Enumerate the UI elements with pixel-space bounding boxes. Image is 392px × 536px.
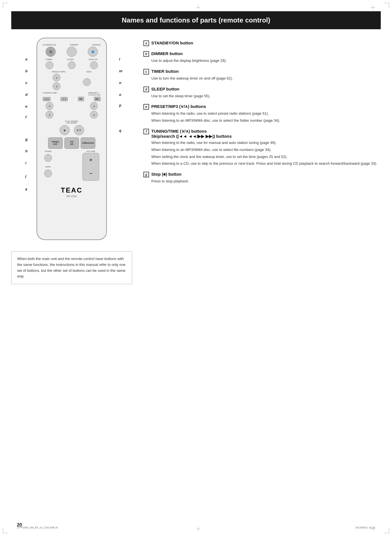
memory-down-button[interactable]: ∨ [90, 102, 98, 110]
standby-label: STANDBY/ON [43, 44, 56, 46]
remote-model: RC-1312 [41, 195, 102, 198]
desc-item-e: e PRESET/MP3 (∨/∧) buttons When listenin… [143, 104, 381, 124]
ff-button[interactable]: ▶▶ [78, 97, 84, 101]
source-buttons-row: PHONOAUX FMAM CDBluetooth [41, 137, 102, 149]
dimmer-label: DIMMER [70, 44, 78, 46]
file-info-left: LP-P1000_OM_EF_vA_CS6.indb 20 [17, 526, 58, 529]
mute-button[interactable] [44, 169, 52, 177]
label-f: f [25, 112, 28, 133]
badge-d: d [143, 87, 149, 92]
label-e: e [25, 100, 28, 112]
dimmer-button[interactable] [67, 47, 77, 57]
desc-item-c: c TIMER button Use to turn the wakeup ti… [143, 69, 381, 82]
label-h: h [25, 145, 28, 157]
title-e: PRESET/MP3 (∨/∧) buttons [151, 104, 206, 109]
desc-header-e: e PRESET/MP3 (∨/∧) buttons [143, 104, 381, 110]
volume-label: VOLUME [86, 150, 96, 152]
desc-header-a: a STANDBY/ON button [143, 40, 381, 46]
label-n: n [119, 77, 122, 89]
display-button[interactable] [90, 61, 98, 69]
title-d: SLEEP button [151, 87, 179, 91]
corner-mark-tr [384, 3, 389, 8]
text-f-4: When listening to a CD, use to skip to t… [151, 161, 381, 167]
title-g: Stop (■) button [151, 172, 181, 177]
desc-item-b: b DIMMER button Use to adjust the displa… [143, 51, 381, 64]
badge-a: a [143, 40, 149, 46]
play-pause-button[interactable]: ►/II [74, 125, 84, 135]
info-button[interactable] [83, 78, 91, 86]
bluetooth-label: Bluetooth [85, 142, 94, 144]
badge-b: b [143, 51, 149, 57]
title-f-1: TUNING/TIME (∨/∧) buttons [151, 129, 232, 134]
footer-note: When both the main unit and the remote c… [11, 251, 132, 284]
tuning-time-label: TUNING/TIME [43, 92, 57, 96]
corner-mark-bl [3, 528, 8, 533]
fm-mode-label: FM MODE [67, 122, 77, 124]
desc-header-d: d SLEEP button [143, 87, 381, 92]
label-o: o [119, 89, 122, 100]
sound-mute-col: SOUND MUTE [44, 150, 52, 177]
main-content: a b c d e f g h i j k l m n o p q [0, 38, 392, 240]
title-a: STANDBY/ON button [151, 40, 193, 45]
text-e-2: When listening to an MP3/WMA disc, use t… [151, 118, 381, 124]
remote-body: STANDBY/ON DIMMER PAIRING ⏻ 🔷 TIMER SLEE… [37, 38, 107, 240]
title-c: TIMER button [151, 69, 179, 74]
preset-down-button[interactable]: ∨ [53, 74, 60, 82]
desc-header-b: b DIMMER button [143, 51, 381, 57]
label-m: m [119, 65, 122, 77]
text-c: Use to turn the wakeup timer on and off … [151, 76, 381, 82]
info-label: INFO [86, 71, 92, 73]
cross-mark-top-right [371, 5, 375, 10]
cross-mark-bottom [196, 526, 200, 531]
desc-item-d: d SLEEP button Use to set the sleep time… [143, 87, 381, 99]
fm-am-button[interactable]: FMAM [64, 137, 79, 149]
desc-header-g: g Stop (■) button [143, 172, 381, 177]
title-f-2: Skip/search (|◄◄ ◄◄/▶▶ ▶▶|) buttons [151, 134, 232, 139]
label-p: p [119, 100, 122, 123]
sound-button[interactable] [44, 154, 52, 162]
badge-g: g [143, 172, 149, 177]
skip-next-button[interactable]: ▶▶| [94, 97, 101, 101]
skip-prev-button[interactable]: |◄◄ [43, 97, 51, 101]
pairing-button[interactable]: 🔷 [88, 47, 98, 57]
label-i: i [25, 157, 28, 169]
tuning-up-button[interactable]: ∧ [46, 111, 53, 119]
text-g: Press to stop playback. [151, 178, 381, 184]
phono-aux-button[interactable]: PHONOAUX [48, 137, 63, 149]
sleep-button[interactable] [68, 61, 76, 69]
right-column: a STANDBY/ON button b DIMMER button Use … [143, 38, 381, 240]
corner-mark-tl [3, 3, 8, 8]
memory-clock-label: MEMORY/CLOCK ADJ [89, 92, 101, 96]
label-a: a [25, 53, 28, 65]
rew-button[interactable]: ◄◄ [60, 97, 68, 101]
timer-label: TIMER [46, 58, 52, 60]
tuning-down-button[interactable]: ∨ [46, 102, 53, 110]
label-k: k [25, 183, 28, 195]
standby-on-button[interactable]: ⏻ [46, 47, 56, 57]
desc-item-a: a STANDBY/ON button [143, 40, 381, 46]
text-d: Use to set the sleep timer (page 55). [151, 93, 381, 99]
cd-bluetooth-button[interactable]: CDBluetooth [81, 137, 95, 149]
volume-plus-button[interactable]: + [82, 153, 99, 167]
volume-col: VOLUME + − [82, 150, 99, 181]
text-e-1: When listening to the radio, use to sele… [151, 111, 381, 117]
file-info-right: 2013/09/11 16:16 [355, 526, 375, 529]
memory-up-button[interactable]: ∧ [90, 111, 98, 119]
left-column: a b c d e f g h i j k l m n o p q [11, 38, 135, 240]
label-b: b [25, 65, 28, 77]
preset-up-button[interactable]: ∧ [53, 82, 60, 90]
badge-e: e [143, 104, 149, 110]
volume-minus-button[interactable]: − [82, 167, 99, 181]
stop-button[interactable]: ■ [60, 125, 70, 135]
sleep-label: SLEEP [67, 58, 74, 60]
teac-logo: TEAC [41, 186, 102, 194]
text-f-2: When listening to an MP3/WMA disc, use t… [151, 147, 381, 153]
corner-mark-br [384, 528, 389, 533]
label-l: l [119, 53, 122, 65]
footer-note-text: When both the main unit and the remote c… [17, 257, 125, 278]
label-c: c [25, 77, 28, 89]
text-b: Use to adjust the display brightness (pa… [151, 58, 381, 64]
label-q: q [119, 123, 122, 145]
desc-item-f: f TUNING/TIME (∨/∧) buttons Skip/search … [143, 129, 381, 167]
timer-button[interactable] [46, 61, 53, 69]
